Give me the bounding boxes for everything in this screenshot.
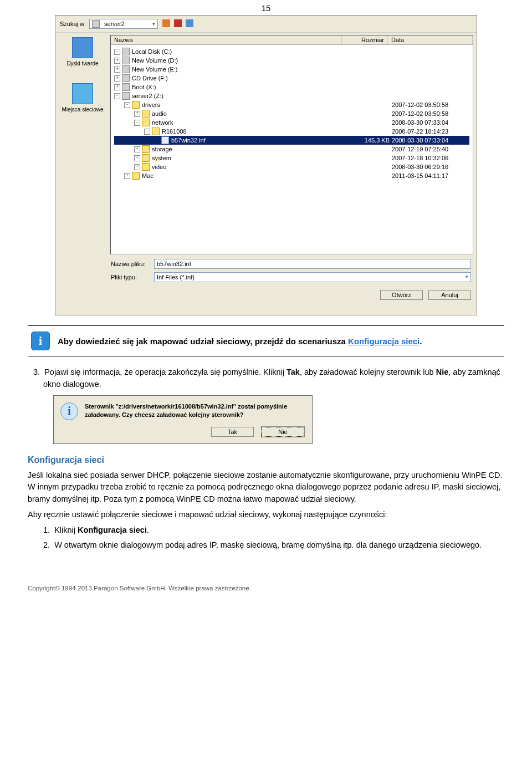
tree-row[interactable]: +Mac2011-03-15 04:11:17: [114, 171, 469, 180]
info-text-suffix: .: [420, 336, 422, 346]
tree-row[interactable]: -drivers2007-12-02 03:50:58: [114, 100, 469, 109]
drive-icon: [92, 20, 100, 28]
folder-icon: [152, 128, 160, 135]
disks-icon: [72, 37, 93, 58]
tree-item-label: CD Drive (F:): [132, 74, 168, 83]
sidebar-item-disks[interactable]: Dyski twarde: [58, 37, 108, 67]
step-2: 2. W otwartym oknie dialogowym podaj adr…: [53, 539, 504, 552]
tree-item-label: video: [152, 162, 166, 171]
places-sidebar: Dyski twarde Miejsca sieciowe: [55, 33, 110, 254]
cancel-button[interactable]: Anuluj: [428, 290, 471, 300]
tree-item-date: [392, 91, 469, 100]
tree-row[interactable]: +New Volume (E:): [114, 65, 469, 74]
tree-item-date: 2008-03-30 07:33:04: [392, 136, 469, 145]
tree-item-label: server2 (Z:): [132, 91, 163, 100]
col-name[interactable]: Nazwa: [111, 35, 342, 44]
network-places-icon: [72, 83, 93, 104]
folder-icon: [142, 119, 150, 126]
filetype-dropdown[interactable]: Inf Files (*.inf): [154, 272, 471, 282]
drive-icon: [122, 65, 130, 73]
expander-icon[interactable]: -: [144, 129, 150, 135]
tree-item-size: [351, 162, 392, 171]
tree-item-size: [351, 83, 392, 91]
tree-item-date: [392, 56, 469, 65]
file-list[interactable]: Nazwa Rozmiar Data -Local Disk (C:)+New …: [110, 35, 473, 254]
tree-item-size: [351, 100, 392, 109]
tree-row[interactable]: +New Volume (D:): [114, 56, 469, 65]
tree-row[interactable]: +CD Drive (F:): [114, 74, 469, 83]
expander-icon[interactable]: -: [114, 49, 120, 55]
section-title: Konfiguracja sieci: [28, 455, 504, 465]
expander-icon[interactable]: +: [114, 67, 120, 73]
confirmation-dialog: i Sterownik "z:/drivers/network/r161008/…: [53, 395, 313, 444]
folder-icon: [142, 110, 150, 118]
expander-icon[interactable]: +: [134, 155, 140, 161]
expander-icon[interactable]: -: [124, 102, 130, 108]
folder-icon: [132, 101, 140, 109]
tree-row[interactable]: +system2007-12-18 10:32:06: [114, 154, 469, 162]
tree-row[interactable]: +storage2007-12-19 07:25:40: [114, 145, 469, 154]
view-icon[interactable]: [186, 19, 193, 27]
tree-item-label: Mac: [142, 171, 154, 180]
tree-item-size: [351, 109, 392, 118]
tree-item-date: 2008-03-30 06:29:16: [392, 162, 469, 171]
info-icon: i: [31, 332, 50, 350]
tree-row[interactable]: +Boot (X:): [114, 83, 469, 91]
drive-icon: [122, 92, 130, 100]
step-1: 1. Kliknij Konfiguracja sieci.: [53, 524, 504, 537]
drive-icon: [122, 83, 130, 91]
file-dialog: Szukaj w: server2 Dyski twarde Miejsca s…: [55, 15, 477, 315]
expander-icon[interactable]: +: [134, 146, 140, 152]
tree-item-label: New Volume (D:): [132, 56, 178, 65]
info-link[interactable]: Konfiguracja sieci: [348, 336, 420, 346]
tree-row[interactable]: +audio2007-12-02 03:50:58: [114, 109, 469, 118]
tree-item-size: [351, 47, 392, 56]
sidebar-item-network[interactable]: Miejsca sieciowe: [58, 83, 108, 113]
tree-item-label: New Volume (E:): [132, 65, 178, 74]
tree-item-size: [351, 154, 392, 162]
tree-item-label: Boot (X:): [132, 83, 156, 91]
search-in-value: server2: [104, 21, 125, 27]
tree-item-date: 2007-12-02 03:50:58: [392, 109, 469, 118]
tree-item-date: 2007-12-18 10:32:06: [392, 154, 469, 162]
expander-icon[interactable]: +: [114, 84, 120, 90]
expander-icon[interactable]: -: [114, 93, 120, 99]
search-in-dropdown[interactable]: server2: [89, 19, 158, 29]
tree-item-size: 145.3 KB: [351, 136, 392, 145]
tree-item-date: [392, 47, 469, 56]
open-button[interactable]: Otwórz: [380, 290, 423, 300]
tree-item-label: R161008: [162, 127, 187, 136]
tree-row[interactable]: -server2 (Z:): [114, 91, 469, 100]
folder-icon: [132, 172, 140, 180]
msgbox-text: Sterownik "z:/drivers/network/r161008/b5…: [85, 402, 305, 420]
drive-icon: [122, 57, 130, 64]
folder-icon: [142, 145, 150, 153]
tree-item-label: drivers: [142, 100, 160, 109]
tree-row[interactable]: b57win32.inf145.3 KB2008-03-30 07:33:04: [114, 136, 469, 145]
col-size[interactable]: Rozmiar: [342, 35, 388, 44]
info-icon: i: [60, 402, 78, 420]
expander-icon[interactable]: +: [134, 164, 140, 170]
tree-item-date: [392, 65, 469, 74]
yes-button[interactable]: Tak: [211, 427, 254, 437]
tree-item-size: [351, 74, 392, 83]
no-button[interactable]: Nie: [262, 427, 304, 437]
expander-icon[interactable]: +: [124, 173, 130, 179]
expander-icon[interactable]: -: [134, 120, 140, 126]
expander-icon[interactable]: +: [114, 75, 120, 81]
expander-icon[interactable]: +: [134, 111, 140, 117]
tree-row[interactable]: -Local Disk (C:): [114, 47, 469, 56]
tree-item-date: [392, 83, 469, 91]
section-para-2: Aby ręcznie ustawić połączenie sieciowe …: [28, 509, 504, 521]
tree-item-size: [351, 145, 392, 154]
folder-icon: [142, 163, 150, 171]
tree-row[interactable]: -R1610082008-07-22 18:14:23: [114, 127, 469, 136]
expander-icon[interactable]: +: [114, 58, 120, 64]
col-date[interactable]: Data: [388, 35, 473, 44]
tree-row[interactable]: +video2008-03-30 06:29:16: [114, 162, 469, 171]
delete-icon[interactable]: [174, 19, 182, 27]
up-icon[interactable]: [162, 19, 170, 27]
filename-input[interactable]: b57win32.inf: [154, 259, 471, 269]
tree-item-label: audio: [152, 109, 167, 118]
tree-row[interactable]: -network2008-03-30 07:33:04: [114, 118, 469, 127]
